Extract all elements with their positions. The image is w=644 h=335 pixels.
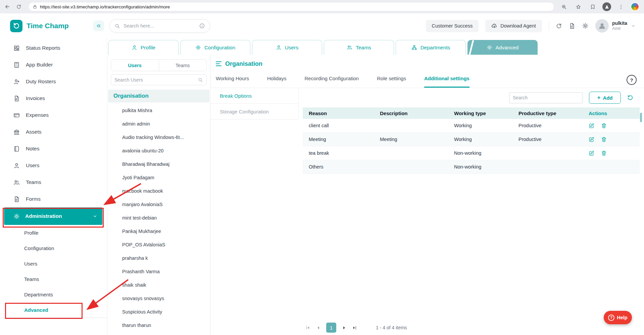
sidebar-subitem-configuration[interactable]: Configuration — [0, 240, 107, 256]
sidebar-item-app-builder[interactable]: App Builder — [0, 56, 107, 73]
user-list-item[interactable]: mint test-debian — [107, 211, 210, 225]
edit-icon[interactable] — [589, 137, 594, 142]
documents-button[interactable] — [569, 23, 575, 29]
section-storage-configuration[interactable]: Storage Configuration — [210, 104, 298, 119]
user-list-item[interactable]: praharsha k — [107, 251, 210, 265]
user-list-item[interactable]: POP_OS AValoniaS — [107, 238, 210, 251]
browser-back-button[interactable] — [3, 2, 12, 11]
browser-menu-dots-icon[interactable] — [616, 2, 626, 11]
bookmarks-icon[interactable] — [588, 2, 597, 11]
delete-icon[interactable] — [601, 150, 607, 156]
global-search[interactable] — [109, 19, 210, 33]
sidebar-subitem-advanced[interactable]: Advanced — [0, 302, 107, 318]
collapse-sidebar-button[interactable] — [93, 20, 104, 31]
sidebar-subitem-teams[interactable]: Teams — [0, 271, 107, 287]
sidebar-item-assets[interactable]: Assets — [0, 124, 107, 140]
user-list-item[interactable]: macbook macbook — [107, 184, 210, 198]
subtab-additional-settings[interactable]: Additional settings — [424, 70, 469, 88]
user-list-item[interactable]: avalonia ubuntu-20 — [107, 144, 210, 157]
tab-configuration[interactable]: Configuration — [180, 40, 250, 55]
sidebar-subitem-profile[interactable]: Profile — [0, 225, 107, 240]
sidebar-item-notes[interactable]: Notes — [0, 140, 107, 157]
help-button[interactable]: ? Help — [604, 311, 632, 324]
organisation-group-header[interactable]: Organisation — [108, 90, 209, 102]
user-search-input[interactable] — [114, 77, 195, 83]
reset-button[interactable] — [627, 94, 634, 101]
subtab-recording-configuration[interactable]: Recording Configuration — [304, 70, 359, 88]
settings-button[interactable] — [582, 22, 589, 29]
user-search[interactable] — [111, 74, 207, 85]
sidebar-item-duty-rosters[interactable]: Duty Rosters — [0, 73, 107, 90]
user-list-item[interactable]: Jyoti Padagam — [107, 171, 210, 184]
delete-icon[interactable] — [601, 137, 607, 142]
browser-account-icon[interactable] — [602, 2, 611, 11]
zoom-icon[interactable] — [559, 2, 568, 11]
column-header-description[interactable]: Description — [380, 110, 454, 116]
browser-profile-avatar[interactable] — [631, 2, 639, 11]
tab-users[interactable]: Users — [252, 40, 322, 55]
column-header-productive-type[interactable]: Productive type — [518, 110, 587, 116]
refresh-button[interactable] — [556, 23, 562, 29]
user-list-item[interactable]: Audio tracking Windows-6t... — [107, 131, 210, 144]
cell-working-type: Non-working — [454, 164, 518, 170]
table-search-input[interactable] — [513, 95, 579, 100]
user-list-item[interactable]: tharun tharun — [107, 319, 210, 332]
hierarchy-icon — [411, 45, 417, 50]
tab-advanced[interactable]: Advanced — [467, 40, 538, 55]
edit-icon[interactable] — [589, 123, 594, 129]
tab-profile[interactable]: Profile — [108, 40, 179, 55]
sidebar-item-users[interactable]: Users — [0, 157, 107, 174]
sidebar-item-status-reports[interactable]: Status Reports — [0, 40, 107, 56]
user-list-item[interactable]: Suspicious Activity — [107, 305, 210, 319]
previous-page-button[interactable] — [316, 325, 321, 330]
subtab-role-settings[interactable]: Role settings — [377, 70, 406, 88]
bookmark-star-icon[interactable] — [574, 2, 583, 11]
current-page-button[interactable]: 1 — [326, 323, 336, 333]
subtab-holidays[interactable]: Holidays — [267, 70, 287, 88]
table-search[interactable] — [509, 92, 583, 103]
user-list-item[interactable]: pulkita Mishra — [107, 104, 210, 117]
sidebar-subitem-users[interactable]: Users — [0, 256, 107, 271]
user-list-item[interactable]: Prashanth Varma — [107, 265, 210, 278]
customer-success-button[interactable]: Customer Success — [426, 20, 479, 32]
sidebar-item-expenses[interactable]: Expenses — [0, 107, 107, 124]
user-list-item[interactable]: shaik shaik — [107, 278, 210, 292]
sidebar-item-teams[interactable]: Teams — [0, 174, 107, 191]
toggle-teams[interactable]: Teams — [159, 60, 207, 71]
subtab-working-hours[interactable]: Working Hours — [216, 70, 249, 88]
profile-menu[interactable]: pulkita Amit — [595, 19, 636, 33]
column-header-reason[interactable]: Reason — [303, 110, 380, 116]
user-list-item[interactable]: Bharadwaj Bharadwaj — [107, 157, 210, 171]
section-break-options[interactable]: Break Options — [210, 88, 298, 104]
delete-icon[interactable] — [601, 123, 607, 129]
site-lock-icon[interactable] — [33, 4, 37, 9]
brand[interactable]: Time Champ — [0, 20, 91, 32]
edit-icon[interactable] — [589, 150, 594, 156]
global-search-input[interactable] — [123, 23, 196, 29]
info-icon[interactable] — [199, 23, 205, 29]
sidebar-subitem-departments[interactable]: Departments — [0, 287, 107, 302]
user-list-item[interactable]: admin admin — [107, 117, 210, 131]
help-icon-button[interactable]: ? — [627, 75, 637, 85]
sidebar-item-invoices[interactable]: Invoices — [0, 90, 107, 107]
add-button[interactable]: + Add — [589, 92, 621, 104]
user-list-item[interactable]: manjaro AvaloniaS — [107, 198, 210, 211]
last-page-button[interactable] — [352, 325, 357, 330]
user-list-item[interactable]: snovasys snovasys — [107, 292, 210, 305]
sidebar-item-forms[interactable]: Forms — [0, 191, 107, 207]
first-page-button[interactable] — [305, 325, 310, 330]
tab-teams[interactable]: Teams — [324, 40, 394, 55]
address-bar[interactable]: https://test-site.v3.timechamp.io/tracke… — [28, 2, 554, 11]
column-header-working-type[interactable]: Working type — [454, 110, 518, 116]
browser-refresh-button[interactable] — [14, 2, 23, 11]
next-page-button[interactable] — [342, 325, 347, 330]
gear-icon — [487, 45, 492, 50]
user-list-item[interactable]: Pankaj Mukharjee — [107, 225, 210, 238]
toggle-users[interactable]: Users — [111, 60, 159, 71]
tab-departments[interactable]: Departments — [396, 40, 466, 55]
user-name-label: shaik shaik — [122, 282, 146, 288]
download-agent-button[interactable]: Download Agent — [485, 20, 542, 32]
sidebar-item-administration[interactable]: Administration — [4, 207, 102, 225]
table-scrollbar-thumb[interactable] — [640, 113, 642, 122]
tab-label: Configuration — [204, 45, 235, 51]
